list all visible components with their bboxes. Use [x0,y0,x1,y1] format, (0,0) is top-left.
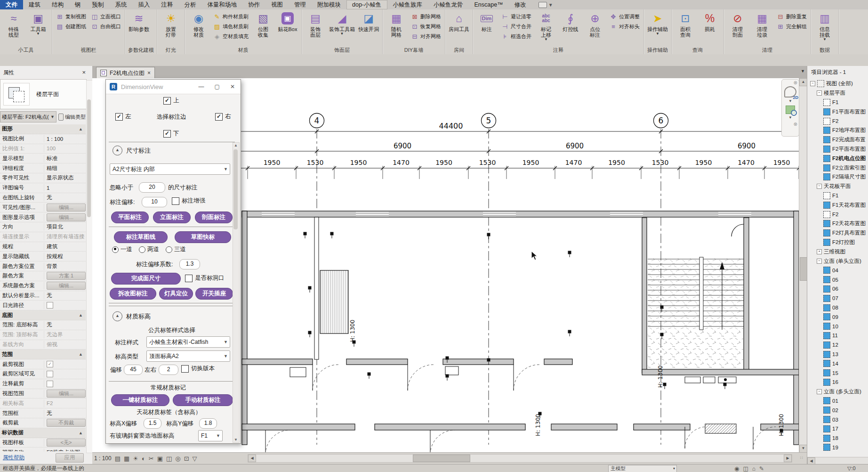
property-row-注释裁剪[interactable]: 注释裁剪 [0,379,86,389]
tree-item-16[interactable]: 16 [807,378,868,387]
plan-annotate-button[interactable]: 平面标注 [111,212,149,223]
property-row-视图名称[interactable]: 视图名称F2机电点位图 [0,448,86,451]
properties-section-范围[interactable]: 范围▲ [0,350,86,359]
mat-offset-input[interactable]: 45 [124,365,143,375]
temp-view-icon[interactable]: ⊡ [184,455,189,462]
scroll-down-icon[interactable]: ▼ [799,445,807,453]
material-section-header[interactable]: ▲ 材质标高 [113,311,151,321]
property-row-墙连接显示[interactable]: 墙连接显示清理所有墙连接 [0,232,86,242]
property-row-默认分析显示...[interactable]: 默认分析显示...无 [0,291,86,301]
expand-icon[interactable]: + [817,249,822,254]
ribbon-button-删除网格[interactable]: ⊠删除网格 [409,12,443,22]
close-icon[interactable]: ✕ [230,83,235,90]
dialog-title-bar[interactable]: R DimensionView — ▢ ✕ [106,80,241,94]
ribbon-button-房间工具[interactable]: ⌂房间工具 [447,11,471,33]
menu-tab-小鲮鱼族库[interactable]: 小鲮鱼族库 [387,0,428,9]
collapse-icon[interactable]: − [817,389,822,394]
tree-item-立面 (单头立面)[interactable]: −立面 (单头立面) [807,256,868,266]
tree-item-F1平面布置图[interactable]: F1平面布置图 [807,107,868,116]
ribbon-button-点位标注[interactable]: ⊕点位标注 [583,11,607,38]
zoom-region-icon[interactable] [786,106,795,114]
menu-tab-Enscape™[interactable]: Enscape™ [469,0,509,9]
dialog-scrollbar[interactable]: ▲ ▼ [233,142,240,443]
offset-value-input[interactable]: 10 [142,197,167,207]
checkbox-unchecked-icon[interactable] [47,371,53,377]
menu-tab-系统[interactable]: 系统 [110,0,133,9]
menu-tab-结构[interactable]: 结构 [46,0,69,9]
constraints-icon[interactable]: ▽ [193,455,197,462]
ribbon-button-标注[interactable]: Dim标注 [475,11,498,33]
tree-item-18[interactable]: 18 [807,433,868,443]
ribbon-display-toggle[interactable]: ▼ [535,0,557,9]
tree-item-11[interactable]: 11 [807,331,868,341]
ribbon-button-构件材质刷[interactable]: ✎构件材质刷 [211,12,250,22]
properties-help-link[interactable]: 属性帮助 [3,454,24,461]
lane-radio-group[interactable]: 一道两道三道 [112,245,193,254]
collapse-icon[interactable]: − [817,90,822,96]
property-row-零件可见性[interactable]: 零件可见性显示原状态 [0,173,86,183]
property-row-视图样板[interactable]: 视图样板<无> [0,438,86,448]
property-row-显示隐藏线[interactable]: 显示隐藏线按规程 [0,252,86,261]
ribbon-button-损耗[interactable]: %损耗 [698,11,722,33]
value-button[interactable]: 编辑... [47,203,86,212]
ribbon-button-影响参数[interactable]: ≋影响参数 [127,11,151,33]
crop-view-icon[interactable]: ✂ [149,455,154,462]
value-button[interactable]: 编辑... [47,213,86,221]
ribbon-button-避让清零[interactable]: ⊢避让清零 [499,12,533,22]
tree-item-12[interactable]: 12 [807,340,868,350]
edit-type-button[interactable]: 编辑类型 [56,111,86,122]
close-icon[interactable]: ⊗ [794,122,797,127]
collapse-icon[interactable]: − [810,81,815,86]
scroll-left-icon[interactable]: ◀ [248,455,256,462]
menu-tab-dop-小鲮鱼[interactable]: dop-小鲮鱼 [346,0,387,9]
scroll-right-icon[interactable]: ▶ [784,455,792,462]
design-options-icon[interactable]: ◫ [743,465,748,472]
property-row-视图比例[interactable]: 视图比例1 : 100 [0,134,86,144]
tree-item-F2平面布置图[interactable]: F2平面布置图 [807,145,868,154]
tree-item-天花板平面[interactable]: −天花板平面 [807,182,868,191]
ribbon-button-对齐网格[interactable]: ⊟对齐网格 [409,32,443,41]
ignore-value-input[interactable]: 20 [139,182,165,193]
tree-item-F2隔墙尺寸图[interactable]: F2隔墙尺寸图 [807,172,868,182]
tree-item-F1天花布置图[interactable]: F1天花布置图 [807,200,868,210]
menu-tab-钢[interactable]: 钢 [69,0,87,9]
tree-item-13[interactable]: 13 [807,350,868,359]
manual-material-button[interactable]: 手动材质标注 [173,394,233,406]
ribbon-button-随机网格[interactable]: ▦随机网格 [385,11,408,38]
ribbon-button-复制视图[interactable]: ⊞复制视图 [54,12,88,22]
view-scale[interactable]: 1 : 100 [94,455,112,462]
chevron-down-icon[interactable]: ▼ [788,115,792,120]
tree-item-14[interactable]: 14 [807,359,868,368]
property-row-裁剪视图[interactable]: 裁剪视图✓ [0,359,86,369]
property-row-裁剪区域可见[interactable]: 裁剪区域可见 [0,369,86,379]
tree-item-F2[interactable]: F2 [807,116,868,126]
property-row-比例值 1:[interactable]: 比例值 1:100 [0,144,86,154]
x-offset-input[interactable]: 1.5 [144,418,161,429]
ribbon-button-快速开洞[interactable]: ◪快速开洞 [357,11,380,33]
tree-item-视图 (全部)[interactable]: −视图 (全部) [807,79,868,89]
ribbon-button-对齐标头[interactable]: ≡对齐标头 [608,22,642,32]
property-row-详图编号[interactable]: 详图编号1 [0,183,86,193]
checkbox-unchecked-icon[interactable] [47,381,53,387]
close-icon[interactable]: × [82,67,86,78]
scroll-up-icon[interactable]: ▲ [799,78,807,86]
sketch-line-button[interactable]: 标注草图线 [114,231,168,243]
tree-item-F2灯具布置图[interactable]: F2灯具布置图 [807,228,868,238]
ribbon-button-清理剖面[interactable]: ⊘清理剖面 [726,11,749,38]
ribbon-button-标记上移[interactable]: abcabc标记上移▼ [534,11,558,41]
checkbox-checked-icon[interactable]: ✓ [47,361,53,367]
tree-item-10[interactable]: 10 [807,322,868,331]
tree-item-F2机电点位图[interactable]: F2机电点位图 [807,154,868,163]
tree-item-F2立面索引图[interactable]: F2立面索引图 [807,163,868,172]
light-position-button[interactable]: 灯具定位 [159,288,193,300]
property-row-可见性/图形...[interactable]: 可见性/图形...编辑... [0,203,86,212]
worksharing-icon[interactable]: ◉ [734,465,739,472]
editable-only-icon[interactable]: ⌂ [752,465,755,472]
apply-button[interactable]: 应用 [56,453,84,463]
ribbon-button-操作辅助[interactable]: ➤操作辅助▼ [646,11,669,36]
properties-scrollbar[interactable] [86,80,93,453]
tree-item-15[interactable]: 15 [807,368,868,378]
property-row-在图纸上旋转[interactable]: 在图纸上旋转无 [0,193,86,203]
tree-item-02[interactable]: 02 [807,406,868,415]
ribbon-button-自由视口[interactable]: ⊡自由视口 [89,22,123,32]
